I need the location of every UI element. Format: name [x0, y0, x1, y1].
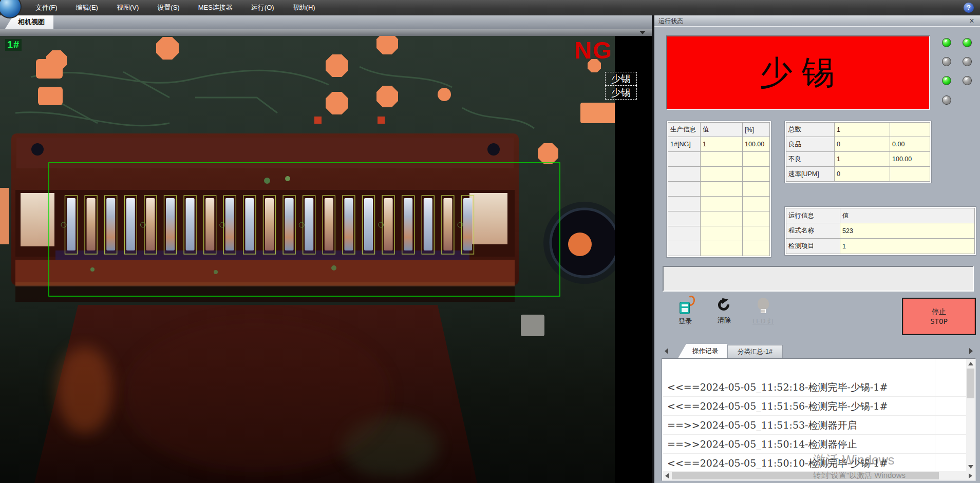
table-row: 检测项目1 [786, 239, 975, 254]
menu-item[interactable]: 编辑(E) [68, 0, 106, 15]
row-label [668, 152, 701, 167]
refresh-icon [717, 298, 732, 313]
run-info-table: 运行信息值程式名称523检测项目1 [784, 206, 976, 256]
column-header: 值 [701, 122, 743, 137]
horizontal-scrollbar[interactable] [663, 471, 975, 480]
chevron-down-icon[interactable] [639, 31, 646, 34]
chevron-left-icon[interactable] [665, 348, 668, 354]
log-entry[interactable]: <<==2024-05-05_11:52:18-检测完毕-少锡-1# [663, 378, 966, 397]
defect-banner-text: 少锡 [760, 50, 844, 95]
row-label [668, 197, 701, 211]
cell-value [701, 167, 743, 182]
led-light-button[interactable]: LED 灯 [747, 298, 780, 335]
help-icon[interactable]: ? [964, 3, 974, 13]
row-label [668, 226, 701, 241]
status-led-gray [963, 57, 972, 66]
menu-items: 文件(F)编辑(E)视图(V)设置(S)MES连接器运行(O)帮助(H) [28, 0, 323, 15]
clear-button[interactable]: 清除 [708, 298, 741, 335]
login-button[interactable]: 登录 [669, 298, 702, 335]
chevron-right-icon[interactable] [969, 348, 973, 354]
log-entries: <<==2024-05-05_11:52:18-检测完毕-少锡-1#<<==20… [663, 359, 966, 471]
status-led-gray [942, 95, 951, 105]
cell-value [701, 152, 743, 167]
cell-value: 523 [840, 223, 975, 239]
row-label: 速率[UPM] [786, 167, 835, 182]
stop-button[interactable]: 停止 STOP [902, 298, 976, 335]
status-led-gray [942, 57, 951, 66]
row-label [668, 211, 701, 226]
scroll-left-icon[interactable] [665, 473, 669, 478]
panel-title: 运行状态 [654, 15, 980, 27]
bulb-icon [756, 298, 771, 314]
vscroll-thumb[interactable] [967, 369, 974, 398]
menu-item[interactable]: 文件(F) [28, 0, 65, 15]
table-row [668, 226, 770, 241]
log-entry[interactable]: <<==2024-05-05_11:50:10-检测完毕-少锡-1# [663, 454, 966, 471]
id-badge-icon [679, 298, 692, 314]
cell-value: 100.00 [890, 152, 930, 167]
column-divider [935, 359, 935, 471]
table-row: 生产信息值[%] [668, 122, 770, 137]
table-row: 良品00.00 [786, 137, 930, 152]
cell-value [743, 211, 770, 226]
scroll-up-icon[interactable] [968, 362, 973, 365]
cell-value [743, 197, 770, 211]
table-row [668, 197, 770, 211]
camera-toolbar [0, 29, 652, 36]
inspection-result-text: NG [574, 36, 613, 64]
column-header: 生产信息 [668, 122, 701, 137]
cell-value [743, 226, 770, 241]
table-row [668, 167, 770, 182]
cell-value [701, 197, 743, 211]
cell-value: 0.00 [890, 137, 930, 152]
run-status-panel: 运行状态 × 少锡 生产信息值[%]1#[NG]1100.00 总数1良品00.… [654, 15, 980, 483]
table-row: 运行信息值 [786, 208, 975, 223]
menu-item[interactable]: 帮助(H) [285, 0, 323, 15]
close-icon[interactable]: × [968, 15, 976, 27]
operation-log-list[interactable]: <<==2024-05-05_11:52:18-检测完毕-少锡-1#<<==20… [662, 358, 976, 481]
menu-item[interactable]: 运行(O) [243, 0, 282, 15]
defect-banner: 少锡 [666, 35, 930, 110]
message-box [663, 266, 974, 292]
row-label: 总数 [786, 122, 835, 137]
vertical-scrollbar[interactable] [966, 359, 975, 471]
cell-value [701, 182, 743, 197]
row-label: 检测项目 [786, 239, 840, 254]
production-info-table: 生产信息值[%]1#[NG]1100.00 [666, 121, 771, 258]
row-label [668, 241, 701, 256]
menu-bar: 文件(F)编辑(E)视图(V)设置(S)MES连接器运行(O)帮助(H) ? [0, 0, 980, 15]
log-entry[interactable]: <<==2024-05-05_11:51:56-检测完毕-少锡-1# [663, 397, 966, 416]
menu-item[interactable]: 设置(S) [149, 0, 187, 15]
menu-item[interactable]: MES连接器 [191, 0, 240, 15]
cell-value [701, 211, 743, 226]
cell-value [890, 167, 930, 182]
tab-class-summary[interactable]: 分类汇总-1# [727, 345, 783, 358]
defect-label: 少锡 [605, 86, 637, 100]
status-led-green [963, 38, 972, 47]
scroll-right-icon[interactable] [969, 473, 972, 478]
table-row [668, 211, 770, 226]
cell-value: 1 [835, 122, 890, 137]
table-row: 不良1100.00 [786, 152, 930, 167]
row-label [668, 182, 701, 197]
stats-table: 总数1良品00.00不良1100.00速率[UPM]0 [784, 121, 932, 183]
log-entry[interactable]: ==>>2024-05-05_11:50:14-检测器停止 [663, 435, 966, 454]
status-led-green [942, 76, 951, 85]
hscroll-thumb[interactable] [672, 472, 939, 479]
table-row: 速率[UPM]0 [786, 167, 930, 182]
row-label [668, 167, 701, 182]
tab-operation-log[interactable]: 操作记录 [678, 344, 727, 358]
cell-value [701, 226, 743, 241]
pcb-photo [0, 36, 615, 483]
menu-item[interactable]: 视图(V) [109, 0, 146, 15]
row-label: 1#[NG] [668, 137, 701, 152]
table-row: 程式名称523 [786, 223, 975, 239]
cell-value: 0 [835, 137, 890, 152]
view-tab-strip: 相机视图 [0, 15, 652, 29]
camera-index-label: 1# [5, 39, 22, 51]
log-entry[interactable]: ==>>2024-05-05_11:51:53-检测器开启 [663, 416, 966, 435]
scroll-down-icon[interactable] [968, 465, 973, 469]
cell-value [701, 241, 743, 256]
table-row [668, 241, 770, 256]
table-row [668, 152, 770, 167]
